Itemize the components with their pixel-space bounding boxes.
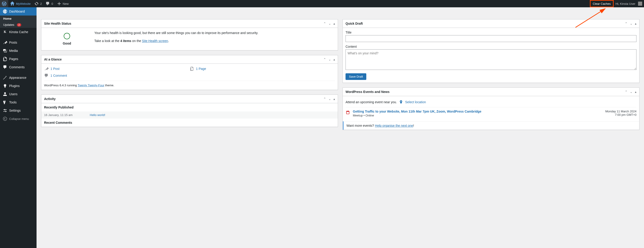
sidebar-item-posts[interactable]: Posts xyxy=(0,38,36,46)
collapse-menu-button[interactable]: Collapse menu xyxy=(0,115,36,123)
chevron-up-icon[interactable]: ⌃ xyxy=(323,97,326,101)
sidebar-item-media[interactable]: Media xyxy=(0,46,36,55)
admin-sidebar: Dashboard Home Updates 2 K Kinsta Cache … xyxy=(0,7,36,134)
dashboard-icon xyxy=(3,9,7,14)
activity-post-date: 16 January, 11:15 am xyxy=(44,113,80,117)
chevron-up-icon[interactable]: ⌃ xyxy=(323,22,326,25)
activity-widget: Activity ⌃ ⌄ ▴ Recently Published 16 Jan… xyxy=(41,94,338,127)
sidebar-item-users[interactable]: Users xyxy=(0,90,36,98)
admin-bar: MyWebsite 2 0 New Clear Caches Hi, Kinst… xyxy=(0,0,644,7)
sidebar-item-appearance[interactable]: Appearance xyxy=(0,74,36,82)
site-health-widget: Site Health Status ⌃ ⌄ ▴ Good Y xyxy=(41,19,338,50)
dashboard-submenu: Home Updates 2 xyxy=(0,16,36,28)
triangle-up-icon[interactable]: ▴ xyxy=(635,22,636,25)
wordpress-icon xyxy=(2,1,6,6)
chevron-up-icon[interactable]: ⌃ xyxy=(625,90,628,94)
activity-post-link[interactable]: Hello world! xyxy=(90,113,105,117)
pages-count-link[interactable]: 1 Page xyxy=(196,67,206,70)
health-circle-icon xyxy=(64,33,70,39)
main-content: Site Health Status ⌃ ⌄ ▴ Good Y xyxy=(36,7,644,134)
health-items-text: Take a look at the 4 items on the Site H… xyxy=(94,38,335,44)
site-health-title: Site Health Status xyxy=(44,22,71,25)
triangle-up-icon[interactable]: ▴ xyxy=(334,22,335,25)
sidebar-posts-label: Posts xyxy=(9,41,17,44)
comments-count: 0 xyxy=(52,2,53,6)
theme-link[interactable]: Twenty Twenty-Four xyxy=(78,84,104,87)
kinsta-icon: K xyxy=(3,30,7,34)
quick-draft-title: Quick Draft xyxy=(346,22,363,25)
recently-published-heading: Recently Published xyxy=(41,103,338,112)
triangle-up-icon[interactable]: ▴ xyxy=(334,97,335,101)
draft-content-label: Content xyxy=(346,45,636,48)
sidebar-item-updates[interactable]: Updates 2 xyxy=(0,22,36,28)
health-description: Your site's health is looking good, but … xyxy=(94,30,335,36)
page-icon xyxy=(190,66,194,71)
wp-logo[interactable] xyxy=(0,0,8,7)
posts-count-link[interactable]: 1 Post xyxy=(50,67,60,70)
new-content-link[interactable]: New xyxy=(55,0,70,7)
activity-post-row: 16 January, 11:15 am Hello world! xyxy=(41,112,338,118)
event-date: Monday 11 March 2024 xyxy=(605,110,636,113)
sidebar-media-label: Media xyxy=(9,49,18,52)
chevron-down-icon[interactable]: ⌄ xyxy=(328,58,331,61)
sidebar-item-tools[interactable]: Tools xyxy=(0,98,36,106)
chevron-up-icon[interactable]: ⌃ xyxy=(323,58,326,61)
sidebar-item-kinsta-cache[interactable]: K Kinsta Cache xyxy=(0,28,36,36)
updates-badge: 2 xyxy=(17,23,21,26)
sidebar-item-dashboard[interactable]: Dashboard xyxy=(0,7,36,16)
comments-count-link[interactable]: 1 Comment xyxy=(50,74,67,78)
comments-link[interactable]: 0 xyxy=(44,0,55,7)
collapse-icon xyxy=(3,116,7,121)
help-organise-link[interactable]: Help organise the next one xyxy=(375,124,413,128)
draft-content-input[interactable] xyxy=(346,49,636,70)
location-icon[interactable] xyxy=(399,100,403,104)
event-title-link[interactable]: Getting Traffic to your Website, Mon 11t… xyxy=(353,110,602,113)
howdy-label: Hi, Kinsta User xyxy=(616,2,635,6)
sidebar-item-home[interactable]: Home xyxy=(0,16,36,22)
svg-rect-3 xyxy=(4,111,5,112)
chevron-up-icon[interactable]: ⌃ xyxy=(625,22,628,25)
glance-footer: WordPress 6.4.3 running Twenty Twenty-Fo… xyxy=(44,80,335,87)
sidebar-plugins-label: Plugins xyxy=(9,84,20,88)
events-footer: Want more events? Help organise the next… xyxy=(343,121,639,130)
glance-title: At a Glance xyxy=(44,58,62,61)
svg-rect-5 xyxy=(4,109,5,110)
select-location-link[interactable]: Select location xyxy=(405,100,426,104)
chevron-down-icon[interactable]: ⌄ xyxy=(328,97,331,101)
home-icon xyxy=(10,1,14,6)
glance-comments: 1 Comment xyxy=(44,73,190,78)
draft-title-input[interactable] xyxy=(346,35,636,42)
clear-caches-button[interactable]: Clear Caches xyxy=(590,0,614,7)
pin-icon xyxy=(3,40,7,45)
comment-icon xyxy=(44,73,49,78)
svg-point-7 xyxy=(3,117,7,120)
pages-icon xyxy=(3,57,7,61)
triangle-up-icon[interactable]: ▴ xyxy=(635,90,636,94)
clear-caches-label: Clear Caches xyxy=(593,2,611,6)
sidebar-appearance-label: Appearance xyxy=(9,76,26,80)
sidebar-item-settings[interactable]: Settings xyxy=(0,106,36,115)
site-health-screen-link[interactable]: Site Health screen xyxy=(142,39,168,43)
site-name-label: MyWebsite xyxy=(16,2,30,6)
chevron-down-icon[interactable]: ⌄ xyxy=(630,22,632,25)
glance-posts: 1 Post xyxy=(44,66,190,71)
svg-rect-6 xyxy=(6,111,6,112)
plus-icon xyxy=(57,1,62,6)
save-draft-button[interactable]: Save Draft xyxy=(346,73,366,80)
quick-draft-widget: Quick Draft ⌃ ⌄ ▴ Title Content Save Dra… xyxy=(342,19,640,83)
health-status-label: Good xyxy=(44,42,90,45)
chevron-down-icon[interactable]: ⌄ xyxy=(630,90,632,94)
sidebar-item-pages[interactable]: Pages xyxy=(0,55,36,63)
chevron-down-icon[interactable]: ⌄ xyxy=(328,22,331,25)
recent-comments-heading: Recent Comments xyxy=(41,118,338,127)
sidebar-item-plugins[interactable]: Plugins xyxy=(0,82,36,90)
refresh-icon xyxy=(34,1,39,6)
my-account-link[interactable]: Hi, Kinsta User xyxy=(614,0,644,7)
updates-link[interactable]: 2 xyxy=(32,0,44,7)
new-label: New xyxy=(63,2,69,6)
events-widget: WordPress Events and News ⌃ ⌄ ▴ Attend a… xyxy=(342,88,640,130)
glance-pages: 1 Page xyxy=(190,66,335,71)
sidebar-item-comments[interactable]: Comments xyxy=(0,63,36,71)
site-name-link[interactable]: MyWebsite xyxy=(8,0,32,7)
triangle-up-icon[interactable]: ▴ xyxy=(334,58,335,61)
